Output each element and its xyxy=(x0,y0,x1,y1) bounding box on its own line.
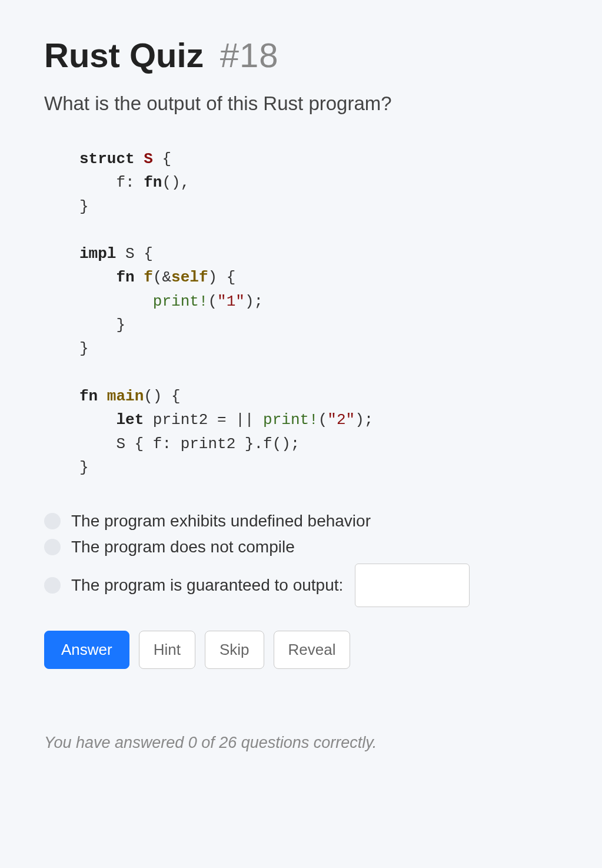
reveal-button[interactable]: Reveal xyxy=(274,631,351,669)
option-label: The program exhibits undefined behavior xyxy=(71,512,371,531)
option-label: The program is guaranteed to output: xyxy=(71,576,343,595)
output-input[interactable] xyxy=(355,564,470,607)
answer-options: The program exhibits undefined behavior … xyxy=(44,512,558,607)
button-row: Answer Hint Skip Reveal xyxy=(44,631,558,669)
score-text: You have answered 0 of 26 questions corr… xyxy=(44,734,558,752)
option-guaranteed-output[interactable]: The program is guaranteed to output: xyxy=(44,564,558,607)
radio-icon[interactable] xyxy=(44,539,61,555)
quiz-number: #18 xyxy=(220,36,279,74)
option-undefined-behavior[interactable]: The program exhibits undefined behavior xyxy=(44,512,558,531)
skip-button[interactable]: Skip xyxy=(205,631,264,669)
answer-button[interactable]: Answer xyxy=(44,631,129,669)
hint-button[interactable]: Hint xyxy=(139,631,195,669)
question-text: What is the output of this Rust program? xyxy=(44,92,558,115)
option-label: The program does not compile xyxy=(71,538,295,556)
page-title: Rust Quiz xyxy=(44,36,204,74)
header: Rust Quiz#18 xyxy=(44,35,558,75)
radio-icon[interactable] xyxy=(44,513,61,529)
code-block: struct S { f: fn(), } impl S { fn f(&sel… xyxy=(79,147,558,479)
option-not-compile[interactable]: The program does not compile xyxy=(44,538,558,556)
radio-icon[interactable] xyxy=(44,577,61,594)
